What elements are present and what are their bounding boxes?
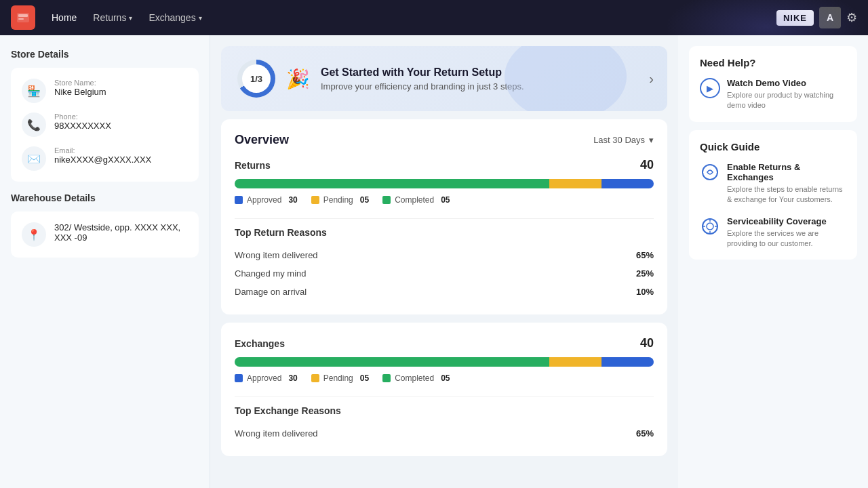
location-icon: 📍 (22, 222, 46, 247)
approved-legend-label: Approved (247, 195, 281, 205)
guide-serviceability-title: Serviceability Coverage (727, 216, 846, 226)
date-filter[interactable]: Last 30 Days ▾ (593, 135, 654, 145)
completed-legend-count: 05 (441, 195, 450, 205)
return-reason-pct-1: 65% (636, 250, 654, 260)
step-progress-circle: 1/3 (237, 60, 275, 98)
store-card: 🏪 Store Name: Nike Belgium 📞 Phone: 98XX… (11, 68, 199, 182)
exchanges-total: 40 (640, 336, 654, 350)
returns-label: Returns (235, 160, 271, 171)
return-reason-row-2: Changed my mind 25% (235, 264, 654, 283)
ex-approved-legend-label: Approved (247, 373, 281, 383)
ex-approved-legend-count: 30 (288, 373, 297, 383)
approved-legend-count: 30 (288, 195, 297, 205)
exchanges-legend: Approved 30 Pending 05 Completed 05 (235, 373, 654, 383)
warehouse-card: 📍 302/ Westside, opp. XXXX XXX, XXX -09 (11, 211, 199, 258)
email-value: nikeXXXX@gXXXX.XXX (54, 155, 151, 165)
returns-completed-segment (601, 179, 654, 188)
exchanges-panel: Exchanges 40 Approved 30 P (221, 323, 667, 456)
ex-completed-legend-label: Completed (395, 373, 434, 383)
help-card: Need Help? ▶ Watch Demo Video Explore ou… (689, 46, 857, 122)
return-reasons-title: Top Return Reasons (235, 227, 654, 238)
right-panel: Need Help? ▶ Watch Demo Video Explore ou… (678, 35, 868, 488)
exchanges-section: Exchanges 40 Approved 30 P (235, 336, 654, 383)
exchange-reasons-section: Top Exchange Reasons Wrong item delivere… (235, 405, 654, 443)
returns-section: Returns 40 Approved 30 Pen (235, 158, 654, 205)
guide-returns-title: Enable Returns & Exchanges (727, 162, 846, 182)
setup-subtitle: Improve your efficiency and branding in … (321, 81, 524, 92)
quick-guide-card: Quick Guide Enable Returns & Exchanges E… (689, 130, 857, 260)
demo-video-title: Watch Demo Video (727, 78, 846, 88)
exchange-reason-pct-1: 65% (636, 428, 654, 439)
exchanges-pending-segment (549, 357, 601, 367)
svg-rect-2 (18, 18, 24, 20)
phone-item: 📞 Phone: 98XXXXXXXX (22, 113, 188, 137)
overview-title: Overview (235, 133, 289, 147)
help-item-demo: ▶ Watch Demo Video Explore our product b… (700, 78, 846, 111)
pending-legend-label: Pending (323, 195, 353, 205)
pending-legend-count: 05 (360, 195, 369, 205)
overview-header: Overview Last 30 Days ▾ (235, 133, 654, 147)
pending-legend-dot (311, 196, 319, 204)
completed-legend-label: Completed (395, 195, 434, 205)
exchange-reason-label-1: Wrong item delivered (235, 428, 318, 439)
returns-pending-segment (549, 179, 601, 188)
return-reasons-section: Top Return Reasons Wrong item delivered … (235, 227, 654, 301)
returns-progress-bar (235, 179, 654, 188)
content-area: 1/3 🎉 Get Started with Your Return Setup… (210, 35, 678, 488)
store-name-item: 🏪 Store Name: Nike Belgium (22, 79, 188, 103)
exchanges-approved-segment (235, 357, 549, 367)
exchange-reasons-title: Top Exchange Reasons (235, 405, 654, 416)
user-avatar[interactable]: A (819, 7, 841, 28)
setup-emoji: 🎉 (286, 68, 310, 90)
svg-point-3 (703, 165, 717, 180)
guide-serviceability-desc: Explore the services we are providing to… (727, 228, 846, 249)
settings-icon[interactable]: ⚙ (846, 10, 857, 25)
play-icon[interactable]: ▶ (700, 78, 720, 98)
chevron-down-icon: ▾ (649, 135, 654, 145)
svg-rect-1 (18, 14, 28, 17)
phone-icon: 📞 (22, 113, 46, 137)
help-title: Need Help? (700, 57, 846, 68)
setup-banner: 1/3 🎉 Get Started with Your Return Setup… (221, 46, 667, 111)
store-icon: 🏪 (22, 79, 46, 103)
ex-completed-legend-dot (382, 374, 391, 382)
sidebar: Store Details 🏪 Store Name: Nike Belgium… (0, 35, 210, 488)
completed-legend-dot (382, 196, 391, 204)
setup-text: Get Started with Your Return Setup Impro… (321, 66, 524, 92)
ex-approved-legend-dot (235, 374, 243, 382)
returns-legend: Approved 30 Pending 05 Completed 05 (235, 195, 654, 205)
return-reason-label-1: Wrong item delivered (235, 250, 318, 260)
nav-exchanges[interactable]: Exchanges ▾ (149, 12, 201, 23)
return-reason-row-1: Wrong item delivered 65% (235, 246, 654, 264)
return-reason-label-3: Damage on arrival (235, 287, 307, 297)
setup-title: Get Started with Your Return Setup (321, 66, 524, 79)
approved-legend-dot (235, 196, 243, 204)
warehouse-address-item: 📍 302/ Westside, opp. XXXX XXX, XXX -09 (22, 222, 188, 247)
ex-pending-legend-dot (311, 374, 319, 382)
svg-point-5 (707, 223, 713, 230)
warehouse-address: 302/ Westside, opp. XXXX XXX, XXX -09 (54, 222, 188, 243)
nav-returns[interactable]: Returns ▾ (93, 12, 132, 23)
store-name-value: Nike Belgium (54, 87, 106, 97)
email-item: ✉️ Email: nikeXXXX@gXXXX.XXX (22, 146, 188, 171)
setup-next-button[interactable]: › (649, 71, 654, 87)
nav-home[interactable]: Home (52, 12, 77, 23)
returns-exchanges-icon (700, 162, 720, 182)
demo-video-desc: Explore our product by watching demo vid… (727, 90, 846, 111)
serviceability-icon (700, 216, 720, 237)
exchanges-progress-bar (235, 357, 654, 367)
guide-item-serviceability: Serviceability Coverage Explore the serv… (700, 216, 846, 249)
return-reason-pct-2: 25% (636, 268, 654, 279)
app-logo (11, 5, 35, 30)
email-label: Email: (54, 146, 151, 155)
ex-pending-legend-count: 05 (360, 373, 369, 383)
overview-panel: Overview Last 30 Days ▾ Returns 40 (221, 119, 667, 314)
warehouse-details-title: Warehouse Details (11, 192, 199, 203)
navbar: Home Returns ▾ Exchanges ▾ NIKE A ⚙ (0, 0, 868, 35)
return-reason-row-3: Damage on arrival 10% (235, 283, 654, 301)
guide-returns-desc: Explore the steps to enable returns & ex… (727, 184, 846, 205)
store-name-label: Store Name: (54, 79, 106, 87)
email-icon: ✉️ (22, 146, 46, 171)
step-counter: 1/3 (242, 64, 271, 93)
returns-total: 40 (640, 158, 654, 172)
